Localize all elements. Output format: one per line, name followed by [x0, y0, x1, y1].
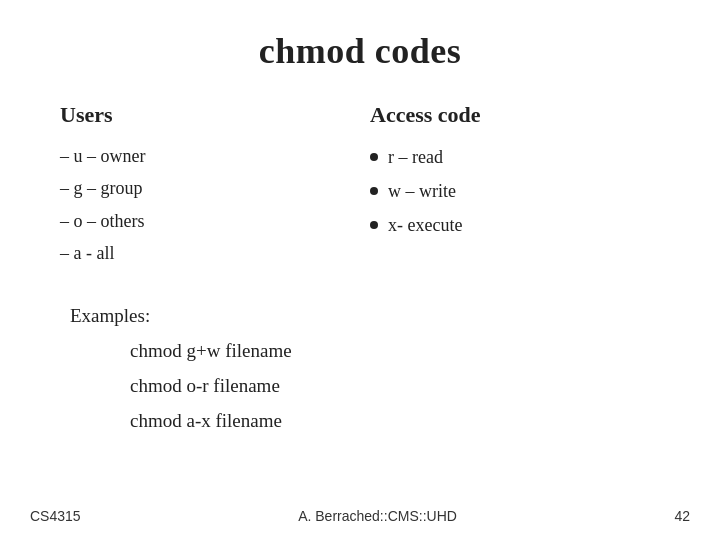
example-line: chmod a-x filename: [130, 403, 660, 438]
footer-center: A. Berrached::CMS::UHD: [298, 508, 457, 524]
list-item: w – write: [370, 174, 660, 208]
footer-right: 42: [674, 508, 690, 524]
footer: CS4315 A. Berrached::CMS::UHD 42: [0, 508, 720, 524]
list-item: x- execute: [370, 208, 660, 242]
access-column: Access code r – read w – write x- execut…: [370, 102, 660, 270]
slide-title: chmod codes: [60, 30, 660, 72]
example-line: chmod o-r filename: [130, 368, 660, 403]
content-row: Users u – owner g – group o – others a -…: [60, 102, 660, 270]
list-item: g – group: [60, 172, 350, 204]
bullet-icon: [370, 153, 378, 161]
slide: chmod codes Users u – owner g – group o …: [0, 0, 720, 540]
access-heading: Access code: [370, 102, 660, 128]
bullet-icon: [370, 221, 378, 229]
example-line: chmod g+w filename: [130, 333, 660, 368]
list-item: r – read: [370, 140, 660, 174]
examples-label: Examples:: [70, 305, 150, 326]
users-column: Users u – owner g – group o – others a -…: [60, 102, 350, 270]
footer-left: CS4315: [30, 508, 81, 524]
list-item: o – others: [60, 205, 350, 237]
users-list: u – owner g – group o – others a - all: [60, 140, 350, 270]
bullet-icon: [370, 187, 378, 195]
list-item: u – owner: [60, 140, 350, 172]
list-item: a - all: [60, 237, 350, 269]
examples-code: chmod g+w filename chmod o-r filename ch…: [130, 333, 660, 438]
examples-section: Examples: chmod g+w filename chmod o-r f…: [70, 298, 660, 439]
access-list: r – read w – write x- execute: [370, 140, 660, 243]
users-heading: Users: [60, 102, 350, 128]
